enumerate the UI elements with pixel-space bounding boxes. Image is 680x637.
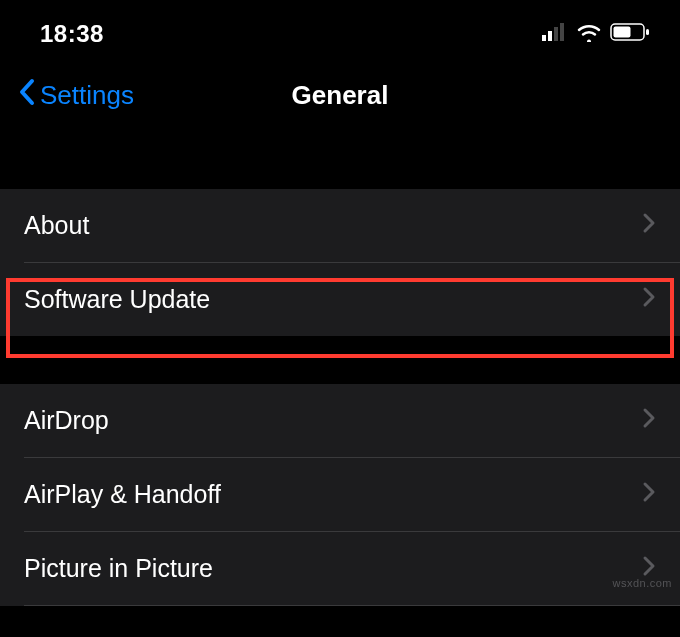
chevron-left-icon bbox=[18, 78, 36, 113]
chevron-right-icon bbox=[642, 285, 656, 314]
row-label: Software Update bbox=[24, 285, 210, 314]
separator bbox=[24, 605, 680, 606]
row-label: About bbox=[24, 211, 89, 240]
row-software-update[interactable]: Software Update bbox=[0, 263, 680, 336]
status-icons bbox=[542, 22, 650, 46]
cellular-signal-icon bbox=[542, 23, 568, 45]
svg-rect-6 bbox=[646, 29, 649, 35]
chevron-right-icon bbox=[642, 211, 656, 240]
svg-rect-2 bbox=[554, 27, 558, 41]
svg-rect-3 bbox=[560, 23, 564, 41]
row-label: AirPlay & Handoff bbox=[24, 480, 221, 509]
row-airdrop[interactable]: AirDrop bbox=[0, 384, 680, 457]
wifi-icon bbox=[576, 22, 602, 46]
row-airplay-handoff[interactable]: AirPlay & Handoff bbox=[0, 458, 680, 531]
status-bar: 18:38 bbox=[0, 0, 680, 60]
list-group-1: About Software Update bbox=[0, 189, 680, 336]
svg-rect-5 bbox=[614, 27, 631, 38]
row-label: AirDrop bbox=[24, 406, 109, 435]
svg-rect-1 bbox=[548, 31, 552, 41]
battery-icon bbox=[610, 23, 650, 45]
back-label: Settings bbox=[40, 80, 134, 111]
row-label: Picture in Picture bbox=[24, 554, 213, 583]
list-group-2: AirDrop AirPlay & Handoff Picture in Pic… bbox=[0, 384, 680, 606]
page-title: General bbox=[292, 80, 389, 111]
section-gap bbox=[0, 336, 680, 384]
chevron-right-icon bbox=[642, 406, 656, 435]
section-gap bbox=[0, 141, 680, 189]
back-button[interactable]: Settings bbox=[18, 78, 134, 113]
chevron-right-icon bbox=[642, 480, 656, 509]
svg-rect-0 bbox=[542, 35, 546, 41]
status-time: 18:38 bbox=[40, 20, 104, 48]
row-picture-in-picture[interactable]: Picture in Picture bbox=[0, 532, 680, 605]
watermark: wsxdn.com bbox=[612, 577, 672, 589]
nav-bar: Settings General bbox=[0, 60, 680, 141]
row-about[interactable]: About bbox=[0, 189, 680, 262]
